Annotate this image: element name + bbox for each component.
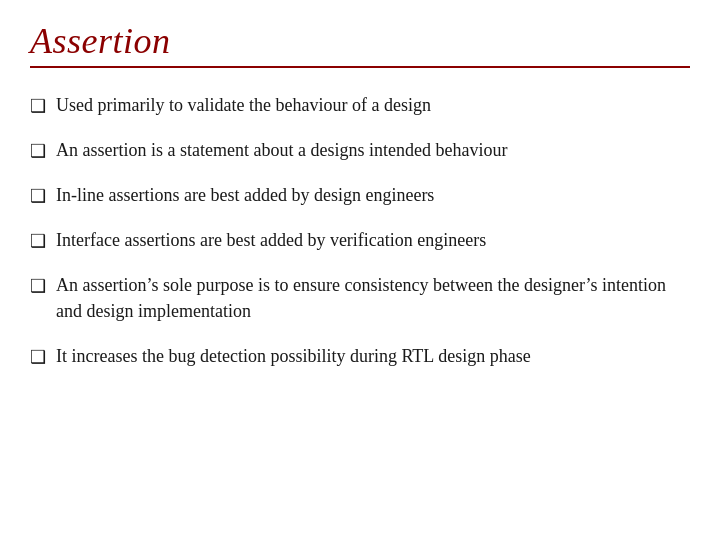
list-item: ❑ Interface assertions are best added by… [30,227,690,254]
bullet-list: ❑ Used primarily to validate the behavio… [30,92,690,370]
bullet-text: It increases the bug detection possibili… [56,343,690,369]
bullet-text: Used primarily to validate the behaviour… [56,92,690,118]
title-underline [30,66,690,68]
title-section: Assertion [30,20,690,68]
bullet-icon: ❑ [30,138,46,164]
bullet-icon: ❑ [30,344,46,370]
bullet-icon: ❑ [30,183,46,209]
bullet-text: Interface assertions are best added by v… [56,227,690,253]
slide-title: Assertion [30,20,690,62]
bullet-icon: ❑ [30,228,46,254]
list-item: ❑ Used primarily to validate the behavio… [30,92,690,119]
bullet-text: An assertion’s sole purpose is to ensure… [56,272,690,324]
bullet-icon: ❑ [30,93,46,119]
list-item: ❑ In-line assertions are best added by d… [30,182,690,209]
slide: Assertion ❑ Used primarily to validate t… [0,0,720,540]
list-item: ❑ An assertion’s sole purpose is to ensu… [30,272,690,324]
list-item: ❑ It increases the bug detection possibi… [30,343,690,370]
bullet-icon: ❑ [30,273,46,299]
list-item: ❑ An assertion is a statement about a de… [30,137,690,164]
bullet-text: In-line assertions are best added by des… [56,182,690,208]
bullet-text: An assertion is a statement about a desi… [56,137,690,163]
